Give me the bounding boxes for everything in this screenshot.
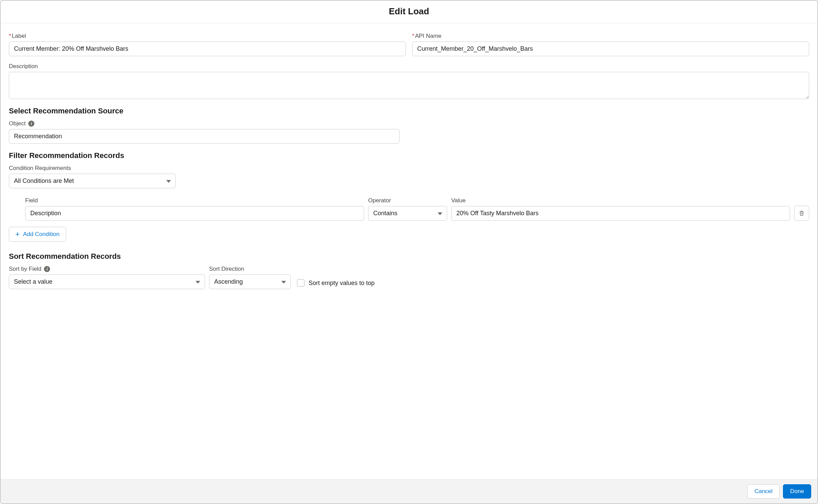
sort-direction-label: Sort Direction: [209, 266, 291, 272]
condition-requirements-label: Condition Requirements: [9, 165, 176, 172]
sort-empty-label: Sort empty values to top: [309, 280, 375, 287]
object-label: Object: [9, 120, 26, 127]
modal-header: Edit Load: [1, 1, 817, 23]
condition-operator-value[interactable]: [368, 206, 447, 221]
description-textarea[interactable]: [9, 72, 809, 99]
info-icon[interactable]: i: [28, 121, 34, 127]
description-label: Description: [9, 63, 809, 70]
object-input[interactable]: [9, 129, 399, 144]
condition-requirements-select[interactable]: [9, 174, 176, 188]
done-button[interactable]: Done: [783, 484, 811, 499]
section-source-heading: Select Recommendation Source: [9, 107, 809, 115]
sort-by-field-select[interactable]: [9, 274, 205, 289]
condition-value-input[interactable]: [451, 206, 790, 221]
condition-operator-label: Operator: [368, 197, 447, 204]
edit-load-modal: Edit Load Label API Name Description Sel…: [0, 0, 818, 504]
modal-title: Edit Load: [1, 6, 817, 17]
label-input[interactable]: [9, 42, 406, 56]
sort-by-field-value[interactable]: [9, 274, 205, 289]
trash-icon: [799, 210, 805, 216]
sort-empty-checkbox[interactable]: [297, 279, 304, 287]
cancel-button[interactable]: Cancel: [747, 484, 780, 499]
add-condition-button[interactable]: + Add Condition: [9, 227, 66, 242]
condition-row: Field Operator Value: [25, 197, 809, 221]
section-filter-heading: Filter Recommendation Records: [9, 151, 809, 160]
api-name-label: API Name: [412, 33, 809, 40]
modal-body: Label API Name Description Select Recomm…: [1, 23, 817, 479]
condition-value-label: Value: [451, 197, 790, 204]
condition-field-label: Field: [25, 197, 364, 204]
condition-operator-select[interactable]: [368, 206, 447, 221]
condition-field-input[interactable]: [25, 206, 364, 221]
add-condition-label: Add Condition: [23, 231, 60, 238]
condition-requirements-value[interactable]: [9, 174, 176, 188]
sort-by-field-label: Sort by Field: [9, 266, 41, 272]
modal-footer: Cancel Done: [1, 479, 817, 503]
delete-condition-button[interactable]: [794, 206, 809, 221]
sort-direction-select[interactable]: [209, 274, 291, 289]
section-sort-heading: Sort Recommendation Records: [9, 252, 809, 261]
api-name-input[interactable]: [412, 42, 809, 56]
sort-direction-value[interactable]: [209, 274, 291, 289]
info-icon[interactable]: i: [44, 266, 50, 272]
label-field-label: Label: [9, 33, 406, 40]
plus-icon: +: [15, 231, 20, 238]
